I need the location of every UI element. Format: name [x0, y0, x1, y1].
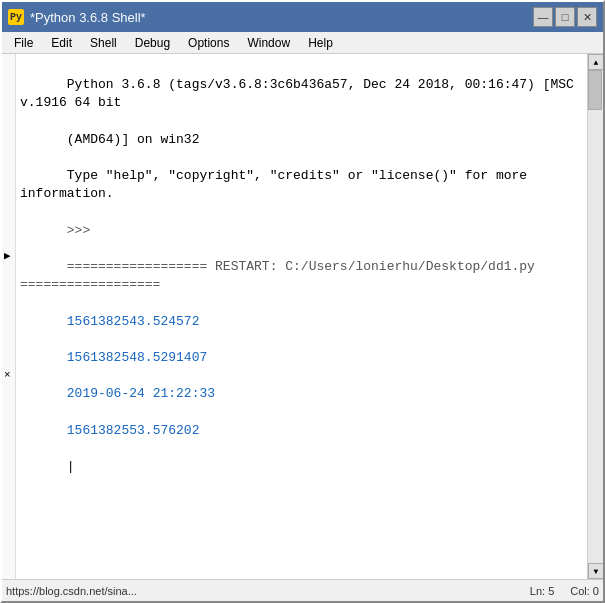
gutter-arrow-2: × — [4, 369, 11, 381]
output-line-4: 1561382553.576202 — [67, 423, 200, 438]
maximize-button[interactable]: □ — [555, 7, 575, 27]
title-bar: Py *Python 3.6.8 Shell* — □ ✕ — [2, 2, 603, 32]
scrollbar-track[interactable] — [588, 70, 603, 563]
scroll-up-button[interactable]: ▲ — [588, 54, 603, 70]
window-controls: — □ ✕ — [533, 7, 597, 27]
status-bar: https://blog.csdn.net/sina... Ln: 5 Col:… — [2, 579, 603, 601]
status-link: https://blog.csdn.net/sina... — [6, 585, 137, 597]
left-gutter: ▶ × — [2, 54, 16, 579]
output-line-1: 1561382543.524572 — [67, 314, 200, 329]
content-area: ▶ × Python 3.6.8 (tags/v3.6.8:3c6b436a57… — [2, 54, 603, 579]
menu-bar: File Edit Shell Debug Options Window Hel… — [2, 32, 603, 54]
terminal-output[interactable]: Python 3.6.8 (tags/v3.6.8:3c6b436a57, De… — [16, 54, 587, 579]
scrollbar-thumb[interactable] — [588, 70, 602, 110]
cursor-prompt: | — [67, 459, 75, 474]
menu-options[interactable]: Options — [180, 34, 237, 52]
vertical-scrollbar[interactable]: ▲ ▼ — [587, 54, 603, 579]
line-number: Ln: 5 — [530, 585, 554, 597]
python-version-line1: Python 3.6.8 (tags/v3.6.8:3c6b436a57, De… — [20, 77, 582, 110]
menu-edit[interactable]: Edit — [43, 34, 80, 52]
window: Py *Python 3.6.8 Shell* — □ ✕ File Edit … — [0, 0, 605, 603]
menu-window[interactable]: Window — [239, 34, 298, 52]
output-line-2: 1561382548.5291407 — [67, 350, 207, 365]
prompt-1: >>> — [67, 223, 98, 238]
scroll-down-button[interactable]: ▼ — [588, 563, 603, 579]
minimize-button[interactable]: — — [533, 7, 553, 27]
menu-file[interactable]: File — [6, 34, 41, 52]
gutter-arrow-1: ▶ — [4, 249, 11, 262]
menu-help[interactable]: Help — [300, 34, 341, 52]
col-number: Col: 0 — [570, 585, 599, 597]
menu-debug[interactable]: Debug — [127, 34, 178, 52]
close-button[interactable]: ✕ — [577, 7, 597, 27]
status-position: Ln: 5 Col: 0 — [530, 585, 599, 597]
window-title: *Python 3.6.8 Shell* — [30, 10, 533, 25]
menu-shell[interactable]: Shell — [82, 34, 125, 52]
python-version-line2: (AMD64)] on win32 — [67, 132, 200, 147]
restart-line: ================== RESTART: C:/Users/lon… — [20, 259, 543, 292]
output-line-3: 2019-06-24 21:22:33 — [67, 386, 215, 401]
python-info-line: Type "help", "copyright", "credits" or "… — [20, 168, 535, 201]
app-icon: Py — [8, 9, 24, 25]
